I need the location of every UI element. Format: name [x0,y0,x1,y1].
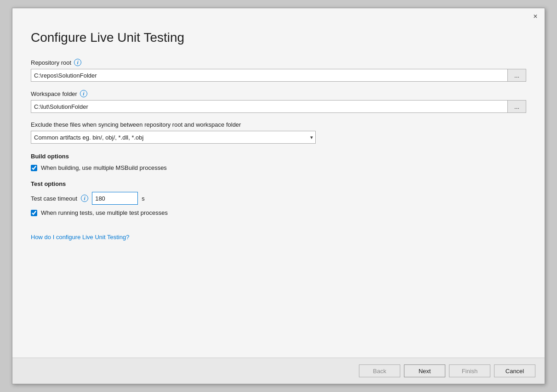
workspace-folder-label: Workspace folder i [31,90,526,97]
title-bar: × [12,8,545,21]
repository-root-input[interactable] [31,69,508,82]
dialog-footer: Back Next Finish Cancel [12,358,545,384]
exclude-files-dropdown[interactable]: Common artifacts eg. bin/, obj/, *.dll, … [31,131,316,144]
workspace-folder-info-icon[interactable]: i [80,90,87,97]
close-button[interactable]: × [531,12,540,21]
multiple-msbuild-row: When building, use multiple MSBuild proc… [31,164,526,171]
back-button[interactable]: Back [359,364,400,377]
workspace-folder-browse-button[interactable]: ... [508,100,526,113]
configure-live-unit-testing-dialog: × Configure Live Unit Testing Repository… [12,8,545,384]
repository-root-label: Repository root i [31,59,526,66]
exclude-files-dropdown-wrapper: Common artifacts eg. bin/, obj/, *.dll, … [31,131,316,144]
exclude-files-description: Exclude these files when syncing between… [31,121,526,128]
test-case-timeout-label-text: Test case timeout [31,195,77,202]
multiple-msbuild-checkbox[interactable] [31,165,37,171]
workspace-folder-input[interactable] [31,100,508,113]
workspace-folder-label-text: Workspace folder [31,90,77,97]
finish-button[interactable]: Finish [449,364,490,377]
multiple-test-processes-row: When running tests, use multiple test pr… [31,209,526,216]
workspace-folder-input-row: ... [31,100,526,113]
workspace-folder-group: Workspace folder i ... [31,90,526,113]
multiple-test-processes-checkbox[interactable] [31,210,37,216]
dialog-content: Configure Live Unit Testing Repository r… [12,21,545,358]
repository-root-label-text: Repository root [31,59,71,66]
repository-root-group: Repository root i ... [31,59,526,82]
test-case-timeout-row: Test case timeout i s [31,192,526,205]
cancel-button[interactable]: Cancel [494,364,535,377]
build-options-heading: Build options [31,153,526,160]
exclude-files-group: Exclude these files when syncing between… [31,121,526,144]
repository-root-info-icon[interactable]: i [74,59,81,66]
dialog-title: Configure Live Unit Testing [31,30,526,45]
help-link[interactable]: How do I configure Live Unit Testing? [31,234,129,241]
repository-root-input-row: ... [31,69,526,82]
multiple-msbuild-label: When building, use multiple MSBuild proc… [41,164,167,171]
test-case-timeout-unit: s [142,195,145,202]
repository-root-browse-button[interactable]: ... [508,69,526,82]
next-button[interactable]: Next [404,364,445,377]
multiple-test-processes-label: When running tests, use multiple test pr… [41,209,168,216]
test-case-timeout-info-icon[interactable]: i [81,195,88,202]
test-case-timeout-input[interactable] [92,192,138,205]
test-options-heading: Test options [31,180,526,187]
